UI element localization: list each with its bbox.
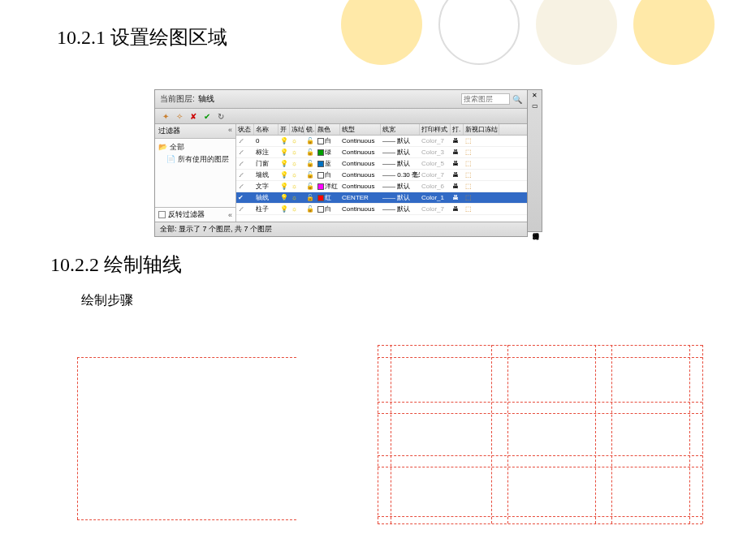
axis-line-horizontal (77, 357, 296, 358)
layer-color[interactable]: 白 (316, 170, 340, 180)
lightbulb-icon[interactable]: 💡 (279, 170, 290, 180)
section-heading-10-2-2: 10.2.2 绘制轴线 (50, 252, 182, 278)
layer-linetype[interactable]: CENTER (340, 192, 381, 203)
axis-line-vertical (491, 345, 492, 523)
vpfreeze-icon[interactable]: ⬚ (464, 181, 499, 192)
printer-icon[interactable]: 🖶 (451, 170, 464, 180)
lightbulb-icon[interactable]: 💡 (279, 181, 290, 192)
layer-color[interactable]: 红 (316, 192, 340, 203)
vpfreeze-icon[interactable]: ⬚ (464, 170, 499, 180)
layer-row[interactable]: ⟋0💡☼🔓白Continuous—— 默认Color_7🖶⬚ (236, 136, 527, 147)
layer-row[interactable]: ⟋柱子💡☼🔓白Continuous—— 默认Color_7🖶⬚ (236, 204, 527, 215)
sun-icon[interactable]: ☼ (290, 136, 304, 146)
axis-line-vertical (378, 345, 378, 523)
lightbulb-icon[interactable]: 💡 (279, 158, 290, 169)
lock-icon[interactable]: 🔓 (304, 136, 316, 146)
col-name[interactable]: 名称 (254, 124, 279, 135)
close-icon[interactable]: ✕ (532, 90, 538, 101)
lock-icon[interactable]: 🔓 (304, 170, 316, 180)
layer-name: 柱子 (254, 204, 279, 214)
delete-layer-icon[interactable]: ✘ (188, 110, 199, 122)
vpfreeze-icon[interactable]: ⬚ (464, 158, 499, 169)
layer-search-input[interactable] (461, 93, 510, 105)
layer-lineweight[interactable]: —— 0.30 毫米 (381, 170, 420, 180)
layer-lineweight[interactable]: —— 默认 (381, 181, 420, 192)
layer-color[interactable]: 洋红 (316, 181, 340, 192)
panel-side-title: 图层特性管理器 (530, 228, 539, 231)
layer-row[interactable]: ⟋文字💡☼🔓洋红Continuous—— 默认Color_6🖶⬚ (236, 181, 527, 192)
printer-icon[interactable]: 🖶 (451, 192, 464, 203)
filter-used[interactable]: 📄 所有使用的图层 (158, 153, 232, 166)
col-color[interactable]: 颜色 (316, 124, 340, 135)
printer-icon[interactable]: 🖶 (451, 147, 464, 157)
lightbulb-icon[interactable]: 💡 (279, 204, 290, 214)
set-current-icon[interactable]: ✔ (201, 110, 213, 122)
col-linetype[interactable]: 线型 (340, 124, 381, 135)
printer-icon[interactable]: 🖶 (451, 181, 464, 192)
layer-lineweight[interactable]: —— 默认 (381, 136, 420, 146)
lock-icon[interactable]: 🔓 (304, 192, 316, 203)
layer-color[interactable]: 白 (316, 136, 340, 146)
layer-linetype[interactable]: Continuous (340, 204, 381, 214)
layer-row[interactable]: ⟋标注💡☼🔓绿Continuous—— 默认Color_3🖶⬚ (236, 147, 527, 158)
layer-plotstyle: Color_7 (420, 170, 451, 180)
lightbulb-icon[interactable]: 💡 (279, 147, 290, 157)
col-on[interactable]: 开 (279, 124, 290, 135)
lock-icon[interactable]: 🔓 (304, 147, 316, 157)
lock-icon[interactable]: 🔓 (304, 158, 316, 169)
filter-all[interactable]: 📂 全部 (158, 141, 232, 153)
layer-lineweight[interactable]: —— 默认 (381, 204, 420, 214)
lock-icon[interactable]: 🔓 (304, 181, 316, 192)
sun-icon[interactable]: ☼ (290, 158, 304, 169)
layer-lineweight[interactable]: —— 默认 (381, 192, 420, 203)
layer-name: 门窗 (254, 158, 279, 169)
col-plot[interactable]: 打. (451, 124, 464, 135)
lock-icon[interactable]: 🔓 (304, 204, 316, 214)
new-layer-vp-icon[interactable]: ✧ (174, 110, 185, 122)
layer-linetype[interactable]: Continuous (340, 147, 381, 157)
layer-color[interactable]: 绿 (316, 147, 340, 157)
lightbulb-icon[interactable]: 💡 (279, 192, 290, 203)
vpfreeze-icon[interactable]: ⬚ (464, 147, 499, 157)
axis-line-vertical (689, 345, 690, 523)
layer-name: 标注 (254, 147, 279, 157)
invert-filter-checkbox[interactable] (158, 211, 166, 218)
layer-color[interactable]: 蓝 (316, 158, 340, 169)
layer-lineweight[interactable]: —— 默认 (381, 147, 420, 157)
collapse-footer-icon[interactable]: « (228, 211, 232, 219)
col-vpfreeze[interactable]: 新视口冻结 (464, 124, 499, 135)
layer-row[interactable]: ⟋门窗💡☼🔓蓝Continuous—— 默认Color_5🖶⬚ (236, 158, 527, 170)
vpfreeze-icon[interactable]: ⬚ (464, 204, 499, 214)
pin-icon[interactable]: ▭ (532, 101, 538, 111)
search-icon[interactable]: 🔍 (512, 95, 522, 104)
col-status[interactable]: 状态 (236, 124, 254, 135)
printer-icon[interactable]: 🖶 (451, 158, 464, 169)
layer-color[interactable]: 白 (316, 204, 340, 214)
vpfreeze-icon[interactable]: ⬚ (464, 192, 499, 203)
col-lock[interactable]: 锁... (304, 124, 316, 135)
collapse-tree-icon[interactable]: « (228, 126, 232, 136)
layer-row[interactable]: ⟋墙线💡☼🔓白Continuous—— 0.30 毫米Color_7🖶⬚ (236, 170, 527, 181)
layer-linetype[interactable]: Continuous (340, 170, 381, 180)
printer-icon[interactable]: 🖶 (451, 204, 464, 214)
lightbulb-icon[interactable]: 💡 (279, 136, 290, 146)
sun-icon[interactable]: ☼ (290, 147, 304, 157)
layer-linetype[interactable]: Continuous (340, 158, 381, 169)
col-plotstyle[interactable]: 打印样式 (420, 124, 451, 135)
printer-icon[interactable]: 🖶 (451, 136, 464, 146)
sun-icon[interactable]: ☼ (290, 170, 304, 180)
section-heading-10-2-1: 10.2.1 设置绘图区域 (57, 24, 227, 50)
layer-linetype[interactable]: Continuous (340, 181, 381, 192)
refresh-icon[interactable]: ↻ (215, 110, 227, 122)
layer-lineweight[interactable]: —— 默认 (381, 158, 420, 169)
sun-icon[interactable]: ☼ (290, 181, 304, 192)
invert-filter-row[interactable]: 反转过滤器 « (155, 207, 235, 222)
layer-linetype[interactable]: Continuous (340, 136, 381, 146)
layer-row[interactable]: ✔轴线💡☼🔓红CENTER—— 默认Color_1🖶⬚ (236, 192, 527, 204)
vpfreeze-icon[interactable]: ⬚ (464, 136, 499, 146)
new-layer-icon[interactable]: ✦ (160, 110, 171, 122)
col-lineweight[interactable]: 线宽 (381, 124, 420, 135)
col-freeze[interactable]: 冻结 (290, 124, 304, 135)
sun-icon[interactable]: ☼ (290, 192, 304, 203)
sun-icon[interactable]: ☼ (290, 204, 304, 214)
